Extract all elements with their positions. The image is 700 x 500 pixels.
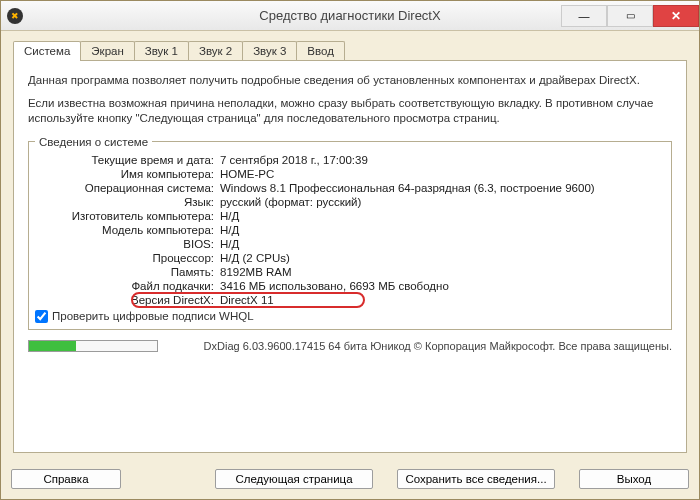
info-label: BIOS: xyxy=(35,238,220,250)
tab-strip: СистемаЭкранЗвук 1Звук 2Звук 3Ввод xyxy=(13,41,687,61)
tab-звук-1[interactable]: Звук 1 xyxy=(134,41,189,61)
info-row: Память:8192MB RAM xyxy=(35,266,665,278)
save-all-button[interactable]: Сохранить все сведения... xyxy=(397,469,555,489)
intro-text-1: Данная программа позволяет получить подр… xyxy=(28,73,672,88)
info-label: Файл подкачки: xyxy=(35,280,220,292)
info-value: Windows 8.1 Профессиональная 64-разрядна… xyxy=(220,182,665,194)
info-row: Файл подкачки:3416 МБ использовано, 6693… xyxy=(35,280,665,292)
info-value: 3416 МБ использовано, 6693 МБ свободно xyxy=(220,280,665,292)
info-value: Н/Д (2 CPUs) xyxy=(220,252,665,264)
info-value: DirectX 11 xyxy=(220,294,665,306)
info-row: Версия DirectX:DirectX 11 xyxy=(35,294,665,306)
info-row: Изготовитель компьютера:Н/Д xyxy=(35,210,665,222)
info-row: BIOS:Н/Д xyxy=(35,238,665,250)
info-row: Модель компьютера:Н/Д xyxy=(35,224,665,236)
info-row: Операционная система:Windows 8.1 Професс… xyxy=(35,182,665,194)
maximize-button[interactable] xyxy=(607,5,653,27)
info-value: HOME-PC xyxy=(220,168,665,180)
tab-panel-system: Данная программа позволяет получить подр… xyxy=(13,60,687,453)
whql-label: Проверить цифровые подписи WHQL xyxy=(52,310,254,322)
tab-экран[interactable]: Экран xyxy=(80,41,134,61)
info-label: Модель компьютера: xyxy=(35,224,220,236)
info-label: Версия DirectX: xyxy=(35,294,220,306)
button-row: Справка Следующая страница Сохранить все… xyxy=(1,461,699,499)
client-area: СистемаЭкранЗвук 1Звук 2Звук 3Ввод Данна… xyxy=(1,31,699,461)
dxdiag-window: Средство диагностики DirectX СистемаЭкра… xyxy=(0,0,700,500)
whql-checkbox[interactable] xyxy=(35,310,48,323)
info-row: Процессор:Н/Д (2 CPUs) xyxy=(35,252,665,264)
tab-система[interactable]: Система xyxy=(13,41,81,61)
next-page-button[interactable]: Следующая страница xyxy=(215,469,373,489)
tab-ввод[interactable]: Ввод xyxy=(296,41,345,61)
info-label: Имя компьютера: xyxy=(35,168,220,180)
info-label: Текущие время и дата: xyxy=(35,154,220,166)
system-info-legend: Сведения о системе xyxy=(35,136,152,148)
titlebar[interactable]: Средство диагностики DirectX xyxy=(1,1,699,31)
info-row: Текущие время и дата:7 сентября 2018 г.,… xyxy=(35,154,665,166)
info-label: Язык: xyxy=(35,196,220,208)
info-value: 8192MB RAM xyxy=(220,266,665,278)
info-value: 7 сентября 2018 г., 17:00:39 xyxy=(220,154,665,166)
close-button[interactable] xyxy=(653,5,699,27)
intro-text-2: Если известна возможная причина неполадк… xyxy=(28,96,672,126)
info-value: русский (формат: русский) xyxy=(220,196,665,208)
tab-звук-2[interactable]: Звук 2 xyxy=(188,41,243,61)
progress-fill xyxy=(29,341,76,351)
info-value: Н/Д xyxy=(220,238,665,250)
window-controls xyxy=(561,5,699,27)
exit-button[interactable]: Выход xyxy=(579,469,689,489)
info-label: Процессор: xyxy=(35,252,220,264)
info-label: Память: xyxy=(35,266,220,278)
info-row: Имя компьютера:HOME-PC xyxy=(35,168,665,180)
info-row: Язык:русский (формат: русский) xyxy=(35,196,665,208)
system-info-group: Сведения о системе Текущие время и дата:… xyxy=(28,136,672,330)
app-icon xyxy=(7,8,23,24)
help-button[interactable]: Справка xyxy=(11,469,121,489)
info-value: Н/Д xyxy=(220,224,665,236)
tab-звук-3[interactable]: Звук 3 xyxy=(242,41,297,61)
whql-row: Проверить цифровые подписи WHQL xyxy=(35,310,665,323)
info-label: Изготовитель компьютера: xyxy=(35,210,220,222)
info-label: Операционная система: xyxy=(35,182,220,194)
progress-bar xyxy=(28,340,158,352)
minimize-button[interactable] xyxy=(561,5,607,27)
info-value: Н/Д xyxy=(220,210,665,222)
